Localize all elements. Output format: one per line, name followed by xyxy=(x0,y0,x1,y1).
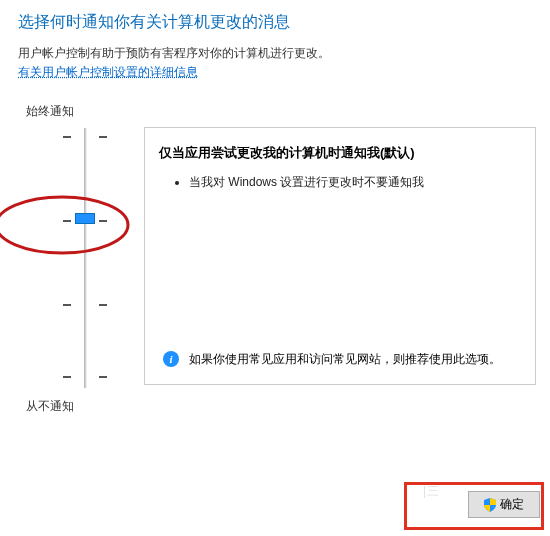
panel-title: 仅当应用尝试更改我的计算机时通知我(默认) xyxy=(159,144,521,162)
slider-tick xyxy=(63,136,107,138)
slider-top-label: 始终通知 xyxy=(26,103,134,120)
info-icon: i xyxy=(163,351,179,367)
info-row: i 如果你使用常见应用和访问常见网站，则推荐使用此选项。 xyxy=(159,345,521,374)
uac-slider[interactable] xyxy=(36,128,134,388)
button-row: 确定 xyxy=(468,491,540,518)
ok-button[interactable]: 确定 xyxy=(468,491,540,518)
uac-description: 用户帐户控制有助于预防有害程序对你的计算机进行更改。 xyxy=(0,41,550,64)
shield-icon xyxy=(484,498,496,512)
panel-bullet-item: 当我对 Windows 设置进行更改时不要通知我 xyxy=(189,174,521,191)
slider-thumb[interactable] xyxy=(75,213,95,224)
ok-button-label: 确定 xyxy=(500,496,524,513)
panel-bullet-list: 当我对 Windows 设置进行更改时不要通知我 xyxy=(159,174,521,191)
uac-details-link[interactable]: 有关用户帐户控制设置的详细信息 xyxy=(0,64,216,91)
watermark: |三 xyxy=(423,483,440,500)
slider-bottom-label: 从不通知 xyxy=(26,398,134,415)
settings-panel: 仅当应用尝试更改我的计算机时通知我(默认) 当我对 Windows 设置进行更改… xyxy=(144,127,536,385)
slider-tick xyxy=(63,376,107,378)
slider-column: 始终通知 从不通知 xyxy=(26,103,134,415)
page-title: 选择何时通知你有关计算机更改的消息 xyxy=(0,0,550,41)
slider-tick xyxy=(63,304,107,306)
info-text: 如果你使用常见应用和访问常见网站，则推荐使用此选项。 xyxy=(189,351,501,368)
